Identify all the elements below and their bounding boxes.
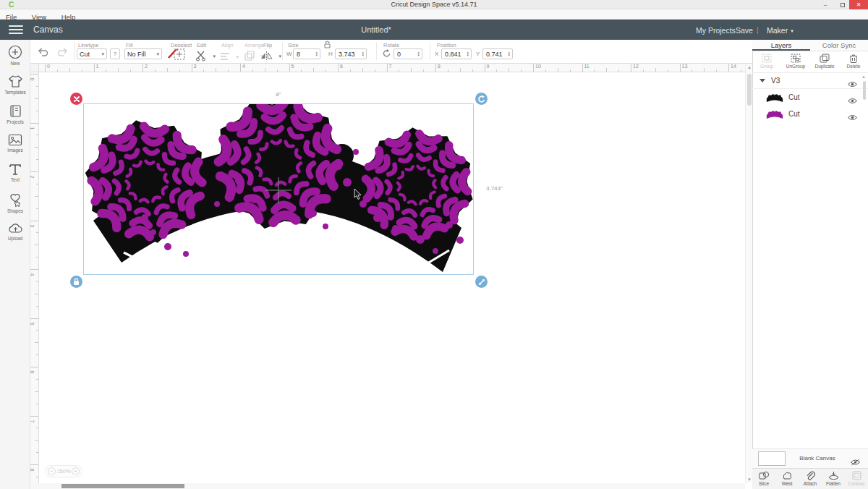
canvas-color-swatch[interactable] [758, 451, 786, 466]
canvas-horizontal-scrollbar[interactable] [30, 483, 745, 489]
horizontal-scroll-thumb[interactable] [61, 484, 184, 488]
my-projects-link[interactable]: My Projects [696, 26, 736, 35]
tab-layers[interactable]: Layers [752, 40, 810, 51]
duplicate-button[interactable]: Duplicate [810, 51, 839, 72]
close-button[interactable]: ✕ [849, 0, 868, 9]
zoom-out-button[interactable]: − [48, 467, 56, 475]
stepper-arrows-icon[interactable]: ▲▼ [467, 51, 469, 57]
visibility-eye-off-icon[interactable] [851, 456, 860, 469]
layer-row-cut-black[interactable]: Cut [752, 89, 868, 106]
attach-button[interactable]: Attach [799, 469, 822, 489]
selection-bounding-box[interactable] [83, 103, 474, 275]
resize-diagonal-icon [477, 278, 486, 286]
ruler-number: 12 [633, 64, 639, 69]
window-title: Cricut Design Space v5.14.71 [0, 1, 868, 8]
layer-row-cut-purple[interactable]: Cut [752, 106, 868, 122]
linetype-help-button[interactable]: ? [110, 48, 120, 59]
window-titlebar: C Cricut Design Space v5.14.71 – ✕ [0, 0, 868, 9]
ruler-tick [30, 221, 38, 221]
duplicate-icon [820, 54, 830, 63]
blank-canvas-row[interactable]: Blank Canvas [752, 448, 868, 468]
ruler-minor-tick [460, 68, 461, 72]
ruler-number: 8 [438, 64, 441, 69]
zoom-in-button[interactable]: + [72, 467, 80, 475]
scroll-down-icon[interactable]: ▼ [747, 477, 752, 482]
delete-handle[interactable] [70, 93, 82, 105]
delete-button[interactable]: Delete [839, 51, 868, 72]
document-title[interactable]: Untitled* [311, 25, 441, 34]
lock-icon [72, 278, 80, 286]
selection-width-label: 8" [257, 91, 300, 98]
canvas-vertical-scrollbar[interactable]: ▲ ▼ [745, 64, 752, 483]
tab-color-sync[interactable]: Color Sync [810, 40, 868, 51]
fill-dropdown[interactable]: No Fill [124, 48, 162, 59]
flatten-button[interactable]: Flatten [822, 469, 845, 489]
ruler-tick [30, 123, 38, 124]
ruler-minor-tick [36, 111, 38, 111]
layer-thumbnail [765, 109, 784, 122]
ruler-minor-tick [36, 306, 38, 307]
rotate-input[interactable]: 0▲▼ [393, 48, 422, 59]
ruler-minor-tick [521, 69, 522, 72]
ruler-tick [582, 64, 583, 72]
ruler-minor-tick [362, 68, 363, 72]
vertical-ruler: 012345678 [30, 72, 39, 483]
sidebar-item-images[interactable]: Images [0, 129, 30, 158]
flip-icon[interactable] [260, 48, 281, 61]
chevron-down-icon [153, 51, 159, 58]
hamburger-menu-icon[interactable] [9, 25, 23, 35]
ruler-minor-tick [35, 342, 38, 343]
sidebar-item-new[interactable]: New [0, 40, 30, 69]
height-axis-label: H [328, 51, 333, 57]
ruler-minor-tick [228, 69, 229, 72]
ruler-tick [435, 64, 436, 72]
lock-handle[interactable] [70, 276, 82, 288]
edit-icon[interactable] [195, 48, 216, 61]
ungroup-button[interactable]: UnGroup [781, 51, 810, 72]
weld-button[interactable]: Weld [775, 469, 799, 489]
ruler-number: 4 [30, 273, 35, 276]
stepper-arrows-icon[interactable]: ▲▼ [417, 51, 420, 57]
ruler-tick [485, 64, 485, 72]
panel-tabs: Layers Color Sync [752, 40, 868, 51]
minimize-button[interactable]: – [816, 0, 835, 9]
ruler-minor-tick [118, 68, 119, 72]
vertical-scroll-thumb[interactable] [747, 74, 752, 106]
stepper-arrows-icon[interactable]: ▲▼ [315, 51, 318, 57]
position-y-input[interactable]: 0.741▲▼ [482, 48, 513, 59]
caret-down-icon[interactable] [760, 79, 765, 82]
layer-group-row[interactable]: V3 [752, 73, 868, 89]
sidebar-item-text[interactable]: Text [0, 158, 30, 188]
machine-selector[interactable]: Maker [767, 26, 793, 35]
resize-handle[interactable] [475, 276, 488, 288]
scroll-up-icon[interactable]: ▲ [747, 65, 752, 69]
deselect-icon[interactable] [174, 48, 185, 60]
width-input[interactable]: 8▲▼ [293, 48, 320, 59]
horizontal-ruler: 01234567891011121314 [39, 64, 745, 72]
sidebar-item-templates[interactable]: Templates [0, 69, 30, 99]
save-link[interactable]: Save [736, 26, 753, 35]
sidebar-item-upload[interactable]: Upload [0, 218, 30, 247]
panel-scroll-up-icon[interactable]: ▲ [861, 75, 866, 79]
ruler-minor-tick [668, 69, 668, 72]
panel-scroll-thumb[interactable] [863, 81, 866, 100]
redo-icon[interactable] [56, 46, 68, 56]
trash-icon [849, 54, 858, 63]
sidebar-item-projects[interactable]: Projects [0, 99, 30, 129]
ruler-number: 1 [96, 64, 99, 69]
ruler-minor-tick [36, 452, 38, 453]
stepper-arrows-icon[interactable]: ▲▼ [508, 51, 511, 57]
position-x-input[interactable]: 0.841▲▼ [441, 48, 472, 59]
slice-button[interactable]: Slice [752, 469, 775, 489]
undo-icon[interactable] [38, 46, 49, 56]
height-input[interactable]: 3.743▲▼ [335, 48, 367, 59]
ruler-minor-tick [643, 69, 644, 72]
visibility-eye-icon[interactable] [848, 111, 857, 124]
ruler-tick [30, 367, 38, 367]
ruler-minor-tick [741, 69, 741, 72]
stepper-arrows-icon[interactable]: ▲▼ [362, 51, 365, 57]
size-lock-open-icon[interactable] [323, 41, 331, 48]
sidebar-item-shapes[interactable]: Shapes [0, 188, 30, 218]
linetype-dropdown[interactable]: Cut [77, 48, 107, 59]
rotate-handle[interactable] [475, 93, 488, 105]
